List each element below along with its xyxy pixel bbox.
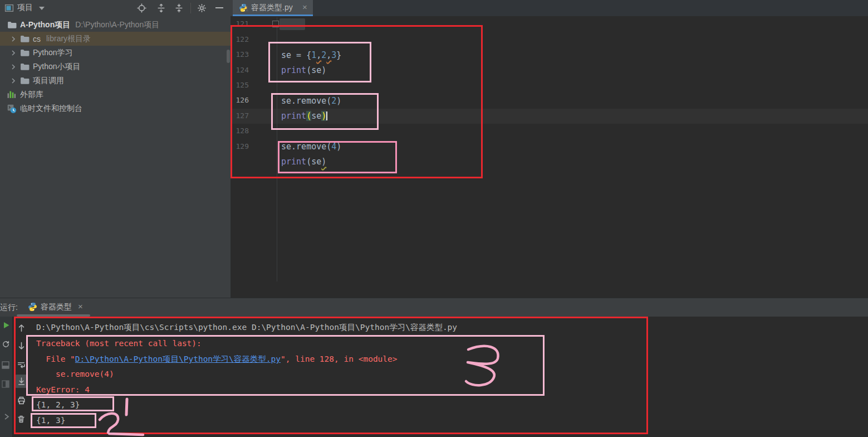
pycharm-window: 项目 容器类型.py ×	[0, 0, 868, 437]
rerun-play-icon[interactable]	[3, 321, 10, 331]
pink-annotation-box-output1	[32, 396, 114, 411]
external-libraries-icon	[7, 90, 17, 99]
run-toolwindow-strip	[0, 317, 13, 437]
pink-annotation-box-3	[278, 141, 397, 173]
tab-title: 容器类型.py	[251, 3, 293, 13]
sidebar-item-external-libraries[interactable]: 外部库	[0, 88, 238, 101]
root-project-name: A-Python项目	[20, 20, 70, 30]
folder-icon	[20, 48, 30, 57]
item-label: Python小项目	[33, 62, 81, 72]
pink-annotation-box-traceback	[26, 335, 545, 396]
folder-icon	[7, 20, 17, 30]
sidebar-item-cs[interactable]: cs library根目录	[0, 32, 240, 46]
run-tab-title[interactable]: 容器类型	[41, 302, 72, 312]
item-annotation: library根目录	[46, 34, 91, 44]
dropdown-arrow-icon[interactable]	[39, 7, 45, 10]
item-label: cs	[33, 35, 41, 43]
expand-all-icon[interactable]	[156, 3, 166, 15]
sidebar-item-python-study[interactable]: Python学习	[0, 46, 240, 60]
chevron-right-icon[interactable]	[9, 48, 18, 57]
item-label: 临时文件和控制台	[20, 104, 82, 114]
scratches-console-icon	[7, 104, 17, 114]
folder-icon	[20, 76, 30, 85]
project-selector-label[interactable]: 项目	[17, 3, 33, 13]
collapse-all-icon[interactable]	[174, 3, 184, 15]
tool-window-icon[interactable]	[2, 361, 9, 371]
tab-close-icon[interactable]: ×	[302, 2, 307, 12]
sidebar-item-python-miniproject[interactable]: Python小项目	[0, 60, 240, 74]
chevron-right-icon[interactable]	[9, 35, 18, 43]
run-label: 运行:	[0, 303, 18, 313]
settings-gear-icon[interactable]	[197, 3, 207, 15]
folder-icon	[20, 34, 30, 43]
hide-panel-minus-icon[interactable]	[215, 7, 223, 8]
pink-annotation-box-output2	[31, 413, 96, 428]
tool-window-icon[interactable]	[2, 380, 9, 390]
chevron-right-icon[interactable]	[9, 62, 18, 71]
pink-annotation-box-1	[268, 42, 371, 82]
line-number: 1	[224, 1, 249, 16]
folder-icon	[20, 62, 30, 71]
top-toolbar: 项目 容器类型.py ×	[0, 0, 868, 17]
pink-annotation-box-2	[271, 93, 379, 130]
project-tool-window-icon[interactable]	[4, 3, 14, 15]
editor-tab-bar: 容器类型.py ×	[233, 0, 868, 16]
run-tab-close-icon[interactable]: ×	[78, 302, 83, 311]
sidebar-item-project-call[interactable]: 项目调用	[0, 74, 240, 88]
root-project-path: D:\Python\A-Python项目	[75, 20, 159, 30]
chevron-right-icon[interactable]	[3, 412, 10, 423]
item-label: 项目调用	[33, 76, 64, 86]
locate-file-icon[interactable]	[137, 3, 146, 15]
toolbar-divider	[190, 3, 191, 13]
item-label: 外部库	[20, 90, 43, 100]
item-label: Python学习	[33, 48, 73, 58]
sidebar-item-scratches[interactable]: 临时文件和控制台	[0, 101, 238, 115]
run-panel-header: 运行: 容器类型 ×	[0, 298, 868, 317]
python-file-icon	[28, 302, 37, 314]
rerun-curved-arrow-icon[interactable]	[2, 340, 10, 351]
chevron-right-icon[interactable]	[9, 76, 18, 85]
tree-root-row[interactable]: A-Python项目 D:\Python\A-Python项目	[0, 18, 238, 32]
project-panel: A-Python项目 D:\Python\A-Python项目 cs libra…	[0, 16, 231, 298]
